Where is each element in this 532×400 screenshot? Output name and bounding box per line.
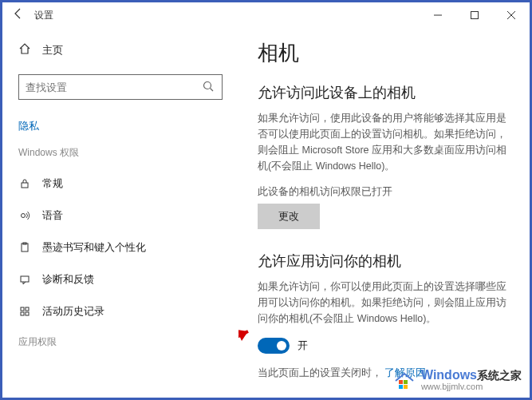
- section-privacy: 隐私: [2, 114, 238, 146]
- app-access-toggle[interactable]: [258, 338, 290, 354]
- group-windows-permissions: Windows 权限: [2, 146, 238, 168]
- maximize-button[interactable]: [456, 2, 493, 28]
- main-content: 相机 允许访问此设备上的相机 如果允许访问，使用此设备的用户将能够选择其应用是否…: [238, 28, 530, 398]
- home-nav[interactable]: 主页: [2, 34, 238, 66]
- nav-speech[interactable]: 语音: [2, 200, 238, 232]
- section-device-access-title: 允许访问此设备上的相机: [258, 83, 510, 102]
- svg-rect-18: [404, 380, 408, 384]
- sidebar: 主页 隐私 Windows 权限 常规 语音 墨迹书写和键入个性化: [2, 28, 238, 398]
- watermark-brand: Windows系统之家: [421, 368, 522, 382]
- svg-rect-11: [21, 307, 24, 311]
- home-icon: [18, 42, 31, 58]
- back-button[interactable]: [12, 7, 25, 23]
- svg-point-4: [204, 82, 211, 89]
- watermark: Windows系统之家 www.bjjmlv.com: [392, 368, 522, 391]
- change-button[interactable]: 更改: [258, 204, 320, 229]
- section-device-access-desc: 如果允许访问，使用此设备的用户将能够选择其应用是否可以使用此页面上的设置访问相机…: [258, 110, 510, 174]
- history-icon: [18, 305, 31, 318]
- feedback-icon: [18, 273, 31, 286]
- section-app-access-title: 允许应用访问你的相机: [258, 251, 510, 271]
- svg-rect-17: [399, 380, 403, 384]
- svg-rect-12: [26, 307, 29, 311]
- page-title: 相机: [258, 39, 510, 67]
- home-label: 主页: [42, 43, 63, 57]
- window-title: 设置: [34, 9, 53, 22]
- svg-rect-10: [21, 276, 29, 282]
- svg-marker-16: [238, 330, 248, 341]
- search-icon: [203, 81, 215, 93]
- nav-label: 语音: [42, 208, 223, 223]
- nav-label: 活动历史记录: [42, 304, 223, 319]
- svg-rect-19: [399, 385, 403, 389]
- nav-label: 诊断和反馈: [42, 272, 223, 287]
- svg-point-7: [22, 214, 26, 218]
- svg-line-15: [238, 331, 248, 358]
- clipboard-icon: [18, 241, 31, 254]
- close-button[interactable]: [493, 2, 530, 28]
- nav-label: 常规: [42, 176, 223, 191]
- nav-app-permissions-truncated: 应用权限: [2, 327, 238, 349]
- minimize-button[interactable]: [420, 2, 456, 28]
- speech-icon: [18, 209, 31, 222]
- svg-line-5: [211, 89, 214, 92]
- nav-inking[interactable]: 墨迹书写和键入个性化: [2, 232, 238, 263]
- svg-rect-20: [404, 385, 408, 389]
- titlebar: 设置: [2, 2, 530, 28]
- watermark-url: www.bjjmlv.com: [421, 382, 522, 391]
- svg-rect-14: [26, 312, 29, 315]
- svg-rect-13: [21, 312, 24, 315]
- svg-rect-6: [22, 183, 28, 188]
- lock-icon: [18, 177, 31, 190]
- search-input-container[interactable]: [18, 74, 223, 100]
- svg-rect-1: [471, 12, 479, 19]
- toggle-state-label: 开: [298, 339, 308, 353]
- section-app-access-desc: 如果允许访问，你可以使用此页面上的设置选择哪些应用可以访问你的相机。如果拒绝访问…: [258, 279, 510, 327]
- nav-activity-history[interactable]: 活动历史记录: [2, 295, 238, 327]
- nav-diagnostics[interactable]: 诊断和反馈: [2, 263, 238, 295]
- search-input[interactable]: [26, 81, 203, 93]
- watermark-logo-icon: [392, 370, 416, 390]
- device-status: 此设备的相机访问权限已打开: [258, 185, 510, 199]
- nav-general[interactable]: 常规: [2, 168, 238, 200]
- nav-label: 墨迹书写和键入个性化: [42, 240, 223, 255]
